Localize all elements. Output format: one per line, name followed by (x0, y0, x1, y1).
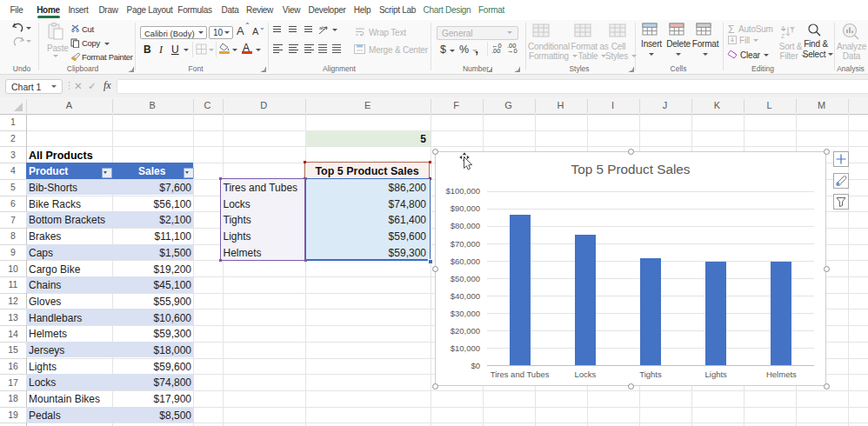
svg-text:ab: ab (319, 25, 325, 30)
svg-text:A: A (781, 25, 785, 31)
svg-text:Z: Z (781, 33, 785, 39)
